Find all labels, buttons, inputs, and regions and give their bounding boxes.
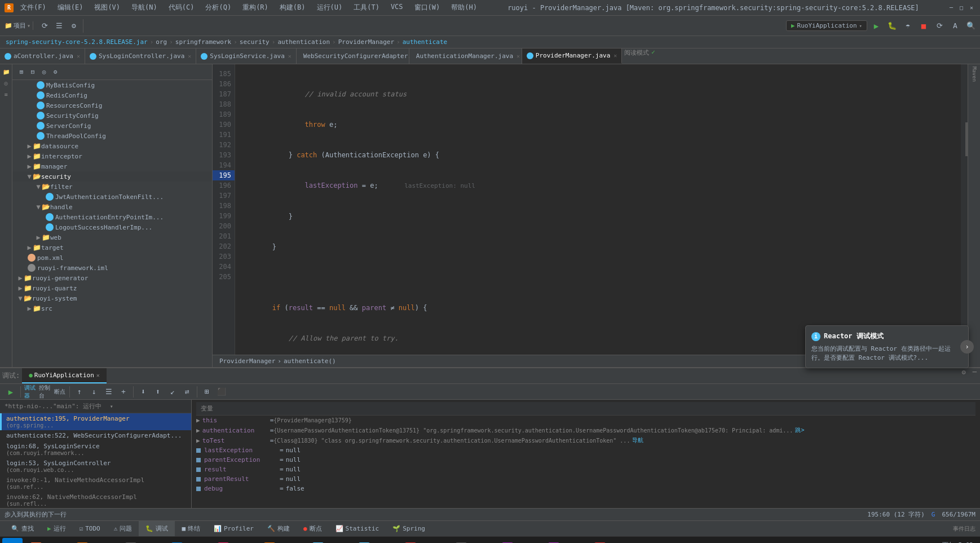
settings-debug-btn[interactable]: ⚙ — [959, 368, 969, 383]
var-authentication[interactable]: ▶ authentication = {UsernamePasswordAuth… — [196, 425, 975, 435]
bc-jar[interactable]: spring-security-core-5.2.8.RELEASE.jar — [6, 38, 148, 46]
bottom-tab-breakpoints[interactable]: ● 断点 — [297, 521, 329, 536]
frame-item-1[interactable]: authenticate:522, WebSecurityConfigurerA… — [0, 430, 191, 441]
bottom-tab-debug[interactable]: 🐛 调试 — [139, 521, 175, 536]
menu-window[interactable]: 窗口(W) — [412, 2, 443, 14]
step-out-btn[interactable]: ⬆ — [152, 386, 164, 398]
var-this[interactable]: ▶ this = {ProviderManager@13759} — [196, 416, 975, 425]
step-into-btn[interactable]: ⬇ — [137, 386, 149, 398]
stop-button[interactable]: ■ — [917, 19, 930, 33]
reader-check[interactable]: ✓ — [651, 48, 655, 64]
run-to-cursor[interactable]: ↙ — [166, 386, 179, 398]
event-log[interactable]: 事件日志 — [953, 525, 975, 533]
tab-close-sysloginservice[interactable]: ✕ — [288, 53, 292, 59]
sidebar-item-iml[interactable]: ruoyi-framework.iml — [12, 263, 212, 273]
sidebar-item-serverconfig[interactable]: ServerConfig — [12, 121, 212, 131]
bottom-tab-profiler[interactable]: 📊 Profiler — [207, 521, 261, 536]
bottom-tab-search[interactable]: 🔍 查找 — [5, 521, 41, 536]
sidebar-item-manager[interactable]: ▶ 📁 manager — [12, 161, 212, 171]
expand-all-btn[interactable]: ⊞ — [16, 67, 27, 78]
sidebar-item-redisconfig[interactable]: RedisConfig — [12, 90, 212, 100]
tab-authmanager[interactable]: AuthenticationManager.java ✕ — [409, 48, 522, 64]
tab-sysloginservice[interactable]: SysLoginService.java ✕ — [196, 48, 296, 64]
nav-link[interactable]: 跳> — [795, 426, 804, 434]
status-position[interactable]: 195:60 (12 字符) — [867, 510, 924, 519]
bottom-tab-end[interactable]: ■ 终结 — [175, 521, 207, 536]
tab-syslogincontroller[interactable]: SysLoginController.java ✕ — [85, 48, 196, 64]
resume-btn[interactable]: ▶ — [5, 386, 17, 398]
menu-nav[interactable]: 导航(N) — [129, 2, 160, 14]
tab-close-syslogincontroller[interactable]: ✕ — [188, 53, 191, 59]
menu-tools[interactable]: 工具(T) — [351, 2, 382, 14]
sidebar-item-authentrypoint[interactable]: AuthenticationEntryPointIm... — [12, 212, 212, 222]
structure-icon[interactable]: ≡ — [1, 89, 11, 99]
task-red[interactable]: R Red... — [590, 540, 635, 544]
tab-providermanager[interactable]: ProviderManager.java ✕ — [522, 48, 622, 64]
bc-org[interactable]: org — [156, 38, 167, 46]
sidebar-item-quartz[interactable]: ▶ 📁 ruoyi-quartz — [12, 283, 212, 293]
sidebar-item-handle[interactable]: ▼ 📂 handle — [12, 202, 212, 212]
bottom-tab-run[interactable]: ▶ 运行 — [41, 521, 73, 536]
tab-close-providermanager[interactable]: ✕ — [613, 52, 617, 59]
panel-toggle[interactable]: ⬛ — [215, 386, 228, 398]
status-google[interactable]: G — [932, 511, 935, 518]
task-161[interactable]: 1 161... — [451, 540, 496, 544]
settings-btn[interactable]: ⚙ — [67, 19, 81, 33]
sidebar-item-pomxml[interactable]: pom.xml — [12, 253, 212, 263]
sidebar-item-mybatisconfig[interactable]: MyBatisConfig — [12, 80, 212, 90]
menu-file[interactable]: 文件(F) — [18, 2, 48, 14]
menu-vcs[interactable]: VCS — [389, 2, 405, 14]
scroll-thumb[interactable] — [965, 122, 968, 156]
sidebar-item-generator[interactable]: ▶ 📁 ruoyi-generator — [12, 273, 212, 283]
task-redis[interactable]: R redi:... — [400, 540, 450, 544]
task-ocam[interactable]: O ocam — [213, 540, 258, 544]
sidebar-item-datasource[interactable]: ▶ 📁 datasource — [12, 141, 212, 151]
menu-code[interactable]: 代码(C) — [166, 2, 197, 14]
sidebar-item-securityconfig[interactable]: SecurityConfig — [12, 111, 212, 121]
coverage-button[interactable]: ☂ — [901, 19, 915, 33]
task-create[interactable]: 作 作... — [26, 540, 71, 544]
add-btn[interactable]: + — [117, 386, 130, 398]
sidebar-item-system[interactable]: ▼ 📂 ruoyi-system — [12, 293, 212, 303]
tab-websecurity[interactable]: WebSecurityConfigurerAdapter.java ✕ — [297, 48, 409, 64]
tab-acontroller[interactable]: aController.java ✕ — [0, 48, 85, 64]
step-over-up[interactable]: ↑ — [73, 386, 86, 398]
evaluate-btn[interactable]: ⇄ — [181, 386, 193, 398]
code-view[interactable]: 185 186 187 188 189 190 191 192 193 194 … — [213, 64, 968, 355]
locate-btn[interactable]: ◎ — [38, 67, 50, 78]
popup-arrow-btn[interactable]: › — [960, 340, 974, 354]
tab-close-authmanager[interactable]: ✕ — [517, 53, 520, 59]
task-ruo2[interactable]: r ruo... — [354, 540, 399, 544]
task-video2[interactable]: 视 视频... — [544, 540, 589, 544]
step-over-down[interactable]: ↓ — [88, 386, 100, 398]
sidebar-item-threadpoolconfig[interactable]: ThreadPoolConfig — [12, 131, 212, 141]
bc-security[interactable]: security — [240, 38, 270, 46]
menu-edit[interactable]: 编辑(E) — [55, 2, 86, 14]
console-tab-btn[interactable]: 控制台 — [39, 386, 51, 398]
bottom-tab-todo[interactable]: ☑ TODO — [73, 521, 107, 536]
debug-tab-debugger[interactable]: ● RuoYiApplication ✕ — [22, 368, 107, 383]
menu-build[interactable]: 构建(B) — [277, 2, 308, 14]
breakpoints-tab-btn[interactable]: 断点 — [54, 386, 66, 398]
nav-link-totest[interactable]: 导航 — [632, 436, 643, 444]
thread-dropdown[interactable]: ▾ — [110, 403, 113, 409]
bottom-tab-spring[interactable]: 🌱 Spring — [386, 521, 432, 536]
minimize-debug-btn[interactable]: ─ — [969, 368, 980, 383]
sidebar-item-target[interactable]: ▶ 📁 target — [12, 242, 212, 253]
tab-close-acontroller[interactable]: ✕ — [77, 53, 80, 59]
frame-item-4[interactable]: invoke:0:-1, NativeMethodAccessorImpl (s… — [0, 475, 191, 492]
breadcrumb-providermanager[interactable]: ProviderManager — [219, 357, 275, 365]
sidebar-item-src[interactable]: ▶ 📁 src — [12, 303, 212, 314]
code-lines[interactable]: // invalid account status throw e; } cat… — [235, 64, 961, 355]
sidebar-item-jwttokenfilter[interactable]: JwtAuthenticationTokenFilt... — [12, 192, 212, 202]
restore-button[interactable]: □ — [957, 4, 965, 12]
tab-close[interactable]: ✕ — [96, 372, 100, 378]
translate-btn[interactable]: A — [948, 19, 962, 33]
table-view[interactable]: ⊞ — [201, 386, 213, 398]
start-button[interactable]: ⊞ — [2, 538, 23, 544]
menu-analyze[interactable]: 分析(Q) — [203, 2, 233, 14]
frame-item-0[interactable]: authenticate:195, ProviderManager (org.s… — [0, 413, 191, 430]
extra-btn1[interactable]: ⟳ — [933, 19, 946, 33]
bottom-tab-build[interactable]: 🔨 构建 — [261, 521, 297, 536]
collapse-btn[interactable]: ☰ — [52, 19, 66, 33]
